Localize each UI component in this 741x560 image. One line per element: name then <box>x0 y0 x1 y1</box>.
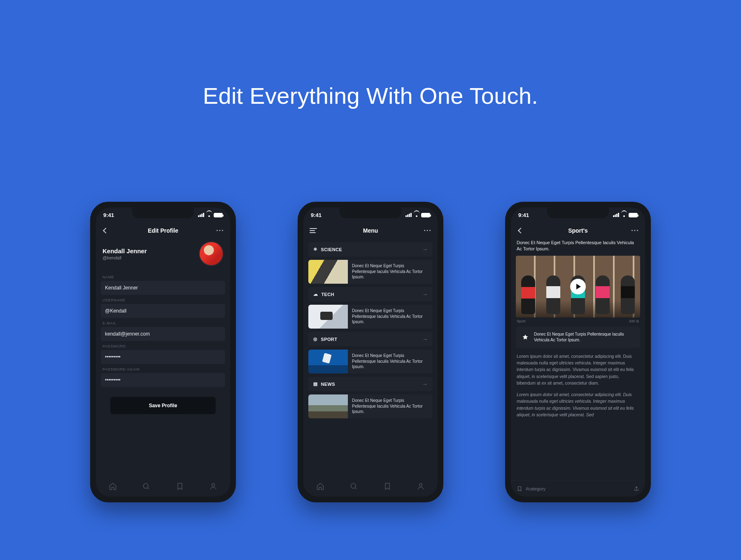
cat-label: SCIENCE <box>321 247 342 252</box>
profile-header: Kendall Jenner @kendall <box>101 239 225 272</box>
label-password2: PASSWORD AGAIN <box>101 364 225 373</box>
content: Kendall Jenner @kendall NAME Kendall Jen… <box>96 239 230 476</box>
tab-bookmark-icon[interactable] <box>176 482 184 490</box>
status-icons <box>198 213 223 217</box>
notch <box>547 208 609 218</box>
tab-bookmark-icon[interactable] <box>383 482 391 490</box>
wifi-icon <box>206 213 212 217</box>
arrow-right-icon: → <box>422 291 428 297</box>
back-button[interactable] <box>517 226 525 235</box>
avatar[interactable] <box>199 241 224 266</box>
input-username[interactable]: @Kendall <box>101 304 225 318</box>
card-text: Donec Et Neque Eget Turpis Pellentesque … <box>348 260 433 284</box>
status-time: 9:41 <box>103 212 114 218</box>
back-button[interactable] <box>102 226 110 235</box>
cat-label: SPORT <box>321 337 337 342</box>
label-password: PASSWORD <box>101 341 225 350</box>
svg-point-0 <box>144 483 149 488</box>
nav-title: Sport's <box>568 227 588 234</box>
input-name[interactable]: Kendall Jenner <box>101 281 225 295</box>
svg-point-1 <box>212 483 215 486</box>
tab-search-icon[interactable] <box>142 482 150 490</box>
wifi-icon <box>621 213 627 217</box>
article-footer: #category <box>511 480 645 497</box>
thumbnail <box>308 260 348 284</box>
highlight-text: Donec Et Neque Eget Turpis Pellentesque … <box>534 331 635 343</box>
category-science[interactable]: ⚛SCIENCE → <box>308 242 433 257</box>
tab-profile-icon[interactable] <box>417 482 425 490</box>
phone-edit-profile: 9:41 Edit Profile ··· Kendall Jenn <box>90 202 236 502</box>
label-email: E-MAIL <box>101 318 225 327</box>
more-button[interactable]: ··· <box>424 226 432 235</box>
phone-sports: 9:41 Sport's ··· Donec Et Neque Eget Tur… <box>505 202 651 502</box>
status-icons <box>613 213 638 217</box>
meta-views: 340 ⊚ <box>629 319 639 323</box>
label-username: USERNAME <box>101 295 225 304</box>
meta-category: Sport <box>517 319 526 323</box>
card-text: Donec Et Neque Eget Turpis Pellentesque … <box>348 350 433 373</box>
more-button[interactable]: ··· <box>631 226 639 235</box>
tab-bar <box>303 476 438 497</box>
svg-point-2 <box>351 483 356 488</box>
footer-tag[interactable]: #category <box>526 486 545 491</box>
profile-handle: @kendall <box>103 255 147 260</box>
tab-profile-icon[interactable] <box>209 482 217 490</box>
battery-icon <box>629 213 638 217</box>
input-password2[interactable]: ••••••••• <box>101 373 225 387</box>
status-time: 9:41 <box>518 212 529 218</box>
wifi-icon <box>414 213 419 217</box>
science-card[interactable]: Donec Et Neque Eget Turpis Pellentesque … <box>308 260 433 284</box>
tab-bar <box>96 476 230 497</box>
battery-icon <box>421 213 430 217</box>
tab-home-icon[interactable] <box>109 482 117 490</box>
highlight-card[interactable]: Donec Et Neque Eget Turpis Pellentesque … <box>516 327 640 348</box>
cloud-icon: ☁ <box>313 292 318 297</box>
news-card[interactable]: Donec Et Neque Eget Turpis Pellentesque … <box>308 394 433 418</box>
save-button[interactable]: Save Profile <box>110 397 216 414</box>
category-news[interactable]: ▤NEWS → <box>308 377 433 391</box>
cat-label: TECH <box>321 292 334 297</box>
cat-label: NEWS <box>321 382 335 387</box>
play-icon[interactable] <box>570 279 586 294</box>
input-email[interactable]: kendall@jenner.com <box>101 327 225 341</box>
tech-card[interactable]: Donec Et Neque Eget Turpis Pellentesque … <box>308 305 433 329</box>
phone-menu: 9:41 Menu ··· ⚛SCIENCE → <box>298 202 443 502</box>
category-sport[interactable]: ◎SPORT → <box>308 332 433 346</box>
card-text: Donec Et Neque Eget Turpis Pellentesque … <box>348 305 433 329</box>
target-icon: ◎ <box>313 336 317 342</box>
nav-title: Menu <box>363 227 378 234</box>
arrow-right-icon: → <box>422 336 428 342</box>
phones-row: 9:41 Edit Profile ··· Kendall Jenn <box>0 202 741 502</box>
arrow-right-icon: → <box>422 381 428 387</box>
news-icon: ▤ <box>313 381 317 387</box>
status-icons <box>405 213 430 217</box>
article-title: Donec Et Neque Eget Turpis Pellentesque … <box>516 239 640 256</box>
video-meta: Sport 340 ⊚ <box>516 317 640 327</box>
input-password[interactable]: ••••••••• <box>101 350 225 364</box>
notch <box>132 208 194 218</box>
thumbnail <box>308 305 348 329</box>
battery-icon <box>214 213 223 217</box>
signal-icon <box>613 213 620 217</box>
article-paragraph-2: Lorem ipsum dolor sit amet, consectetur … <box>516 386 640 418</box>
svg-point-3 <box>419 483 422 486</box>
stage: Edit Everything With One Touch. 9:41 Edi… <box>0 0 741 560</box>
bookmark-icon[interactable] <box>517 486 522 492</box>
status-time: 9:41 <box>311 212 322 218</box>
share-icon[interactable] <box>634 486 639 492</box>
hamburger-button[interactable] <box>309 226 317 235</box>
arrow-right-icon: → <box>422 246 428 252</box>
more-button[interactable]: ··· <box>216 226 224 235</box>
content: Donec Et Neque Eget Turpis Pellentesque … <box>511 239 645 480</box>
video-thumbnail[interactable] <box>516 256 640 317</box>
thumbnail <box>308 394 348 418</box>
signal-icon <box>198 213 205 217</box>
tab-home-icon[interactable] <box>316 482 324 490</box>
thumbnail <box>308 350 348 373</box>
card-text: Donec Et Neque Eget Turpis Pellentesque … <box>348 394 433 418</box>
category-tech[interactable]: ☁TECH → <box>308 287 433 301</box>
atom-icon: ⚛ <box>313 247 317 252</box>
sport-card[interactable]: Donec Et Neque Eget Turpis Pellentesque … <box>308 350 433 373</box>
tab-search-icon[interactable] <box>350 482 358 490</box>
label-name: NAME <box>101 272 225 281</box>
